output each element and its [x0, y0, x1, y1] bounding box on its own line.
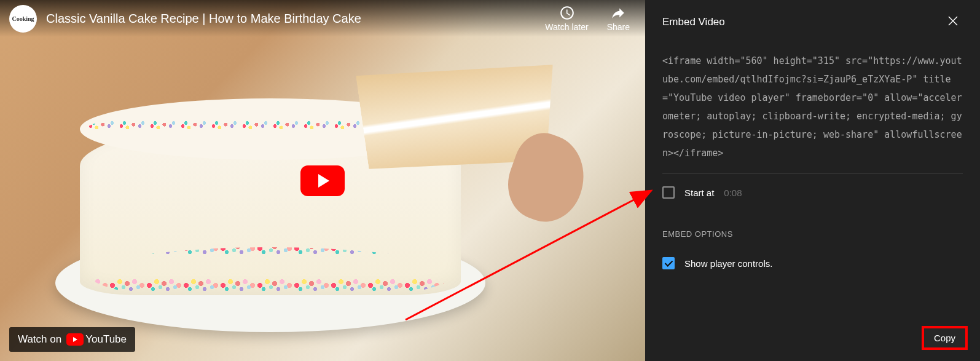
video-header: Cooking Classic Vanilla Cake Recipe | Ho… [0, 0, 645, 37]
play-button[interactable] [300, 165, 345, 196]
share-icon [610, 5, 626, 21]
copy-button[interactable]: Copy [922, 326, 968, 350]
share-label: Share [607, 22, 630, 32]
watch-later-label: Watch later [545, 22, 588, 32]
close-button[interactable] [943, 11, 963, 33]
start-at-row: Start at 0:08 [662, 174, 963, 211]
youtube-icon [66, 333, 84, 346]
video-title[interactable]: Classic Vanilla Cake Recipe | How to Mak… [46, 12, 545, 26]
video-player: Cooking Classic Vanilla Cake Recipe | Ho… [0, 0, 645, 361]
clock-icon [559, 5, 575, 21]
watch-on-label: Watch on [18, 333, 61, 346]
header-actions: Watch later Share [545, 5, 630, 32]
panel-header: Embed Video [645, 0, 980, 44]
close-icon [946, 14, 960, 28]
start-at-checkbox[interactable] [662, 186, 675, 199]
show-controls-row: Show player controls. [662, 251, 963, 276]
panel-title: Embed Video [662, 16, 725, 28]
youtube-logo: YouTube [66, 333, 127, 346]
play-icon [318, 174, 329, 188]
show-controls-label: Show player controls. [684, 258, 772, 269]
watch-on-youtube-button[interactable]: Watch on YouTube [9, 327, 135, 352]
platform-name: YouTube [85, 333, 127, 346]
embed-options-heading: EMBED OPTIONS [662, 229, 963, 239]
start-at-label: Start at [684, 188, 714, 198]
channel-logo-text: Cooking [12, 15, 34, 22]
channel-avatar[interactable]: Cooking [9, 5, 37, 33]
embed-panel: Embed Video <iframe width="560" height="… [645, 0, 980, 361]
share-button[interactable]: Share [607, 5, 630, 32]
show-controls-checkbox[interactable] [662, 257, 675, 269]
panel-body[interactable]: <iframe width="560" height="315" src="ht… [645, 44, 980, 361]
embed-code-textarea[interactable]: <iframe width="560" height="315" src="ht… [662, 44, 963, 174]
watch-later-button[interactable]: Watch later [545, 5, 588, 32]
start-at-time: 0:08 [724, 188, 742, 198]
